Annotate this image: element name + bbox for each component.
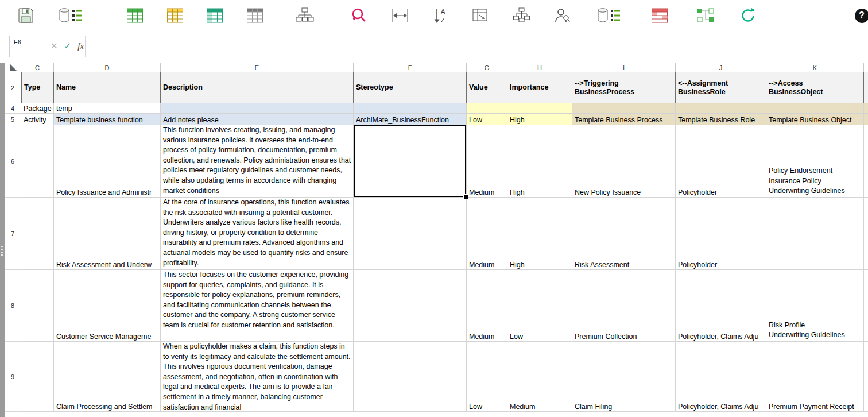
- cell-h9[interactable]: Medium: [507, 342, 572, 412]
- cell-i8[interactable]: Premium Collection: [572, 270, 676, 342]
- cell-e5[interactable]: Add notes please: [161, 114, 354, 125]
- cell-c5[interactable]: Activity: [21, 114, 54, 125]
- cell-j9[interactable]: Policyholder, Claims Adju: [676, 342, 766, 412]
- cell-row10[interactable]: [21, 412, 868, 417]
- cell-c4[interactable]: Package: [21, 103, 54, 114]
- hierarchy-icon[interactable]: [294, 5, 316, 26]
- confirm-icon[interactable]: ✓: [64, 41, 72, 51]
- database-export-icon[interactable]: [56, 5, 84, 26]
- cell-h6[interactable]: High: [507, 125, 572, 198]
- header-access-businessobject[interactable]: -->Access BusinessObject: [766, 72, 864, 103]
- header-name[interactable]: Name: [54, 72, 161, 103]
- row-header-7[interactable]: 7: [5, 198, 21, 270]
- column-header-i[interactable]: I: [572, 63, 676, 72]
- column-width-icon[interactable]: [389, 5, 411, 26]
- row-header-5[interactable]: 5: [5, 114, 21, 125]
- cell-j4[interactable]: [676, 103, 766, 114]
- search-icon[interactable]: [348, 5, 370, 26]
- database-import-icon[interactable]: [595, 5, 622, 26]
- cell-g6[interactable]: Medium: [467, 125, 507, 198]
- row-header-6[interactable]: 6: [5, 125, 21, 198]
- row-header-9[interactable]: 9: [5, 342, 21, 412]
- cell-f9[interactable]: [354, 342, 467, 412]
- cell-k4[interactable]: [766, 103, 864, 114]
- cell-k5[interactable]: Template Business Object: [766, 114, 864, 125]
- cell-l9[interactable]: [864, 342, 868, 412]
- header-stereotype[interactable]: Stereotype: [354, 72, 467, 103]
- header-triggering-businessprocess[interactable]: -->Triggering BusinessProcess: [572, 72, 676, 103]
- header-assignment-businessrole[interactable]: <--Assignment BusinessRole: [676, 72, 766, 103]
- cell-g9[interactable]: Low: [467, 342, 507, 412]
- cell-e9[interactable]: When a policyholder makes a claim, this …: [161, 342, 354, 412]
- cell-f4[interactable]: [354, 103, 467, 114]
- column-header-c[interactable]: C: [21, 63, 54, 72]
- cell-i9[interactable]: Claim Filing: [572, 342, 676, 412]
- cell-k8[interactable]: Risk Profile Underwriting Guidelines: [766, 270, 864, 342]
- cell-d5[interactable]: Template business function: [54, 114, 161, 125]
- cell-h7[interactable]: High: [507, 198, 572, 270]
- header-description[interactable]: Description: [161, 72, 354, 103]
- cell-reference-box[interactable]: F6: [9, 36, 45, 57]
- cell-d8[interactable]: Customer Service Manageme: [54, 270, 161, 342]
- cell-h8[interactable]: Low: [507, 270, 572, 342]
- cell-j6[interactable]: Policyholder: [676, 125, 766, 198]
- column-header-d[interactable]: D: [54, 63, 161, 72]
- cell-l4[interactable]: [864, 103, 868, 114]
- org-chart-icon[interactable]: [510, 5, 532, 26]
- cancel-icon[interactable]: ✕: [51, 41, 58, 51]
- row-header-8[interactable]: 8: [5, 270, 21, 342]
- cell-c7[interactable]: [21, 198, 54, 270]
- table-red-icon[interactable]: [649, 5, 671, 26]
- column-header-h[interactable]: H: [507, 63, 572, 72]
- cell-i5[interactable]: Template Business Process: [572, 114, 676, 125]
- cell-g8[interactable]: Medium: [467, 270, 507, 342]
- cell-i4[interactable]: [572, 103, 676, 114]
- header-importance[interactable]: Importance: [507, 72, 572, 103]
- cell-e6[interactable]: This function involves creating, issuing…: [161, 125, 354, 198]
- cell-k7[interactable]: [766, 198, 864, 270]
- sort-az-icon[interactable]: AZ: [429, 5, 451, 26]
- cell-g5[interactable]: Low: [467, 114, 507, 125]
- row-header-10[interactable]: [5, 412, 21, 417]
- help-icon[interactable]: ?: [851, 5, 868, 26]
- cell-f7[interactable]: [354, 198, 467, 270]
- cell-e4[interactable]: [161, 103, 354, 114]
- column-header-g[interactable]: G: [467, 63, 507, 72]
- formula-input[interactable]: [85, 36, 868, 57]
- row-header-2[interactable]: 2: [5, 72, 21, 103]
- cell-f5[interactable]: ArchiMate_BusinessFunction: [354, 114, 467, 125]
- cell-e8[interactable]: This sector focuses on the customer expe…: [161, 270, 354, 342]
- cell-f8[interactable]: [354, 270, 467, 342]
- column-header-j[interactable]: J: [676, 63, 766, 72]
- cell-f6-selected[interactable]: [354, 125, 467, 198]
- cell-j5[interactable]: Template Business Role: [676, 114, 766, 125]
- fit-table-icon[interactable]: [469, 5, 491, 26]
- table-gray-icon[interactable]: [244, 5, 266, 26]
- column-header-k[interactable]: K: [766, 63, 864, 72]
- cell-d7[interactable]: Risk Assessment and Underw: [54, 198, 161, 270]
- cell-l8[interactable]: [864, 270, 868, 342]
- cell-k6[interactable]: Policy Endorsement Insurance Policy Unde…: [766, 125, 864, 198]
- cell-i7[interactable]: Risk Assessment: [572, 198, 676, 270]
- select-all-corner[interactable]: [5, 63, 21, 72]
- header-value[interactable]: Value: [467, 72, 507, 103]
- cell-c8[interactable]: [21, 270, 54, 342]
- cell-h5[interactable]: High: [507, 114, 572, 125]
- cell-l5[interactable]: [864, 114, 868, 125]
- cell-c6[interactable]: [21, 125, 54, 198]
- cell-e7[interactable]: At the core of insurance operations, thi…: [161, 198, 354, 270]
- cell-c9[interactable]: [21, 342, 54, 412]
- person-search-icon[interactable]: [551, 5, 573, 26]
- header-type[interactable]: Type: [21, 72, 54, 103]
- cell-g7[interactable]: Medium: [467, 198, 507, 270]
- save-icon[interactable]: [15, 5, 37, 26]
- table-green-icon[interactable]: [124, 5, 146, 26]
- refresh-icon[interactable]: [737, 5, 759, 26]
- fill-handle[interactable]: [463, 194, 468, 199]
- cell-j7[interactable]: Policyholder: [676, 198, 766, 270]
- column-header-f[interactable]: F: [354, 63, 467, 72]
- row-header-4[interactable]: 4: [5, 103, 21, 114]
- cell-h4[interactable]: [507, 103, 572, 114]
- cell-l6[interactable]: [864, 125, 868, 198]
- cell-k9[interactable]: Premium Payment Receipt: [766, 342, 864, 412]
